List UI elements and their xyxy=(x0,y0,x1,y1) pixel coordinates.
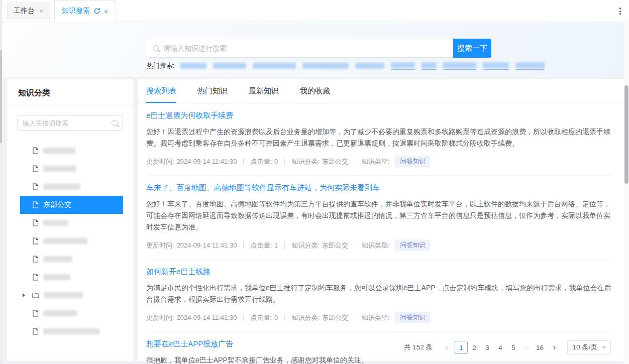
pagination-page-button[interactable]: 4 xyxy=(494,341,507,354)
hot-search-link-redacted[interactable] xyxy=(213,63,246,70)
click-count-value: 0 xyxy=(274,158,278,165)
category-label-redacted xyxy=(43,148,75,154)
pagination: 共 152 条 ‹ 1 2 3 4 5 ··· 16 › 10 条/页 xyxy=(404,340,611,354)
refresh-icon[interactable] xyxy=(93,8,100,15)
knowledge-list-panel: 搜索列表 热门知识 最新知识 我的收藏 e巴士退票为何收取手续费 您好！因退票过… xyxy=(138,79,624,361)
close-icon[interactable]: × xyxy=(39,7,44,15)
document-icon xyxy=(32,201,39,208)
search-header: 搜索一下 热门搜索: xyxy=(2,22,629,77)
search-icon xyxy=(153,45,159,51)
meta-divider xyxy=(284,242,285,249)
category-tree-item[interactable] xyxy=(20,250,123,268)
updated-time-value: 2024-09-14 11:41:30 xyxy=(177,158,237,165)
hot-search-link-redacted[interactable] xyxy=(483,62,509,70)
knowledge-list-tab[interactable]: 我的收藏 xyxy=(300,79,330,103)
knowledge-category-label: 知识分类: xyxy=(291,241,320,250)
category-tree-item[interactable]: 东部公交 xyxy=(20,196,123,214)
meta-divider xyxy=(284,314,285,321)
hot-search-link-redacted[interactable] xyxy=(422,62,437,70)
category-tree-item[interactable] xyxy=(20,304,123,322)
window-right-scrollbar-thumb[interactable] xyxy=(624,85,628,184)
kebab-menu-icon[interactable] xyxy=(619,8,621,15)
tab-knowledge-search[interactable]: 知识搜索 × xyxy=(54,0,116,22)
category-label-redacted xyxy=(43,274,70,280)
category-label-redacted xyxy=(43,220,68,226)
updated-time-label: 更新时间: xyxy=(146,157,174,166)
knowledge-item-title-link[interactable]: 车来了、百度地图、高德地图等软件显示有车进站，为何实际未看到车 xyxy=(146,183,380,193)
category-label-redacted xyxy=(43,238,87,244)
category-tree-item[interactable] xyxy=(20,232,123,250)
window-right-scrollbar[interactable] xyxy=(624,22,629,364)
category-tree-item[interactable] xyxy=(20,142,123,160)
pagination-next-button[interactable]: › xyxy=(548,341,560,354)
hot-search-link-redacted[interactable] xyxy=(302,63,349,70)
hot-search-link-redacted[interactable] xyxy=(355,63,384,70)
category-label-redacted xyxy=(43,310,77,316)
pagination-page-button[interactable]: 16 xyxy=(533,341,546,354)
knowledge-item: e巴士退票为何收取手续费 您好！因退票过程中产生的资源浪费以及后台业务量的增加等… xyxy=(146,103,612,176)
knowledge-list-tab-label: 搜索列表 xyxy=(146,86,176,96)
chevron-down-icon xyxy=(602,346,606,349)
category-search-input[interactable] xyxy=(23,119,108,127)
knowledge-item-title-link[interactable]: 想要在e巴士APP投放广告 xyxy=(146,339,233,349)
category-tree-item[interactable] xyxy=(20,214,123,232)
pagination-page-button[interactable]: 1 xyxy=(455,341,468,354)
window-left-scrollbar-thumb[interactable] xyxy=(0,50,2,143)
hot-search-link-redacted[interactable] xyxy=(443,62,476,70)
pagination-prev-button[interactable]: ‹ xyxy=(441,341,453,354)
meta-divider xyxy=(355,158,355,165)
page-size-select[interactable]: 10 条/页 xyxy=(567,340,611,354)
knowledge-item-title-link[interactable]: e巴士退票为何收取手续费 xyxy=(146,111,233,120)
hot-search-link-redacted[interactable] xyxy=(391,62,415,70)
category-label-redacted xyxy=(44,292,83,298)
document-icon xyxy=(32,310,39,317)
expand-caret-icon[interactable] xyxy=(23,293,25,297)
knowledge-item-summary: 您好！车来了、百度地图、高德地图等软件均为第三方平台提供的查车软件，并非我单位实… xyxy=(146,198,612,233)
browser-tab-bar: 工作台 × 知识搜索 × xyxy=(2,0,629,22)
knowledge-search-box xyxy=(146,39,453,58)
knowledge-list-tab[interactable]: 最新知识 xyxy=(249,79,279,103)
knowledge-type-badge: 问答知识 xyxy=(395,239,430,251)
knowledge-list-tabs: 搜索列表 热门知识 最新知识 我的收藏 xyxy=(138,79,624,103)
category-tree-item[interactable] xyxy=(20,160,123,178)
pagination-total: 共 152 条 xyxy=(404,343,433,352)
knowledge-list-tab[interactable]: 搜索列表 xyxy=(146,79,176,103)
pagination-page-button[interactable]: 3 xyxy=(481,341,494,354)
window-left-scrollbar[interactable] xyxy=(0,0,2,364)
folder-icon xyxy=(32,292,39,298)
click-count-label: 点击量: xyxy=(250,241,272,250)
knowledge-item-title-link[interactable]: 如何新开e巴士线路 xyxy=(146,267,211,277)
category-label-redacted xyxy=(43,328,99,334)
knowledge-type-label: 知识类型: xyxy=(362,157,390,166)
pagination-page-button[interactable]: 5 xyxy=(507,341,520,354)
pagination-page-button[interactable]: ··· xyxy=(520,341,534,354)
hot-search-link-redacted[interactable] xyxy=(253,63,296,70)
category-tree-item[interactable] xyxy=(20,322,123,340)
knowledge-item-summary: 您好！因退票过程中产生的资源浪费以及后台业务量的增加等，为了减少不必要的重复购票… xyxy=(146,126,612,149)
knowledge-list-tab-label: 热门知识 xyxy=(197,86,228,96)
knowledge-search-input[interactable] xyxy=(163,44,447,52)
category-search-box xyxy=(17,115,123,131)
knowledge-type-label: 知识类型: xyxy=(362,241,390,250)
knowledge-category-label: 知识分类: xyxy=(291,157,320,166)
category-tree-item[interactable] xyxy=(20,178,123,196)
document-icon xyxy=(32,237,39,245)
search-button[interactable]: 搜索一下 xyxy=(453,39,491,58)
category-tree-item[interactable] xyxy=(20,286,123,304)
close-icon[interactable]: × xyxy=(104,8,109,15)
hot-search-link-redacted[interactable] xyxy=(515,62,545,70)
hot-search-link-redacted[interactable] xyxy=(180,63,206,70)
knowledge-type-label: 知识类型: xyxy=(362,313,390,322)
pagination-page-button[interactable]: 2 xyxy=(468,341,481,354)
tab-knowledge-search-label: 知识搜索 xyxy=(62,7,90,16)
pagination-pages: 1 2 3 4 5 ··· 16 xyxy=(455,341,547,354)
knowledge-category-label: 知识分类: xyxy=(291,313,320,322)
tab-workbench[interactable]: 工作台 × xyxy=(7,3,50,19)
knowledge-list-tab[interactable]: 热门知识 xyxy=(197,79,228,103)
category-tree-item[interactable] xyxy=(20,268,123,286)
knowledge-category-value: 东部公交 xyxy=(322,313,348,322)
click-count-label: 点击量: xyxy=(250,157,272,166)
document-icon xyxy=(32,165,39,172)
updated-time-label: 更新时间: xyxy=(146,313,174,322)
updated-time-value: 2024-09-14 11:41:30 xyxy=(177,314,237,321)
